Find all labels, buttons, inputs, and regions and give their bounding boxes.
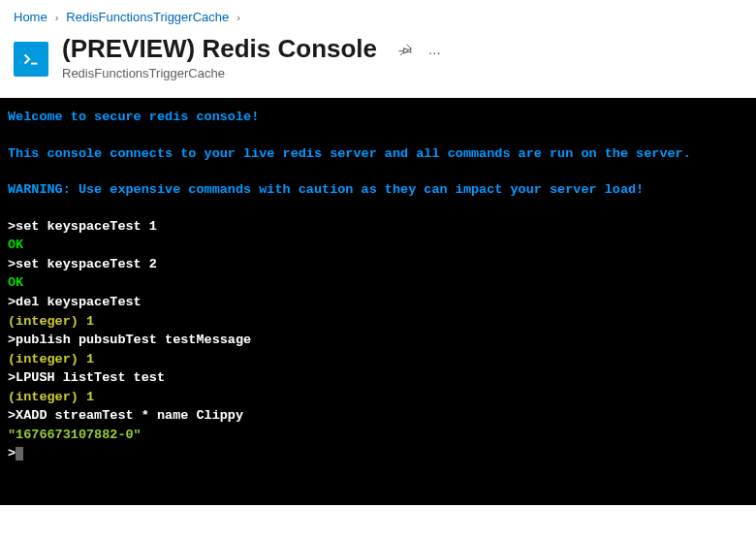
console-banner-warning: WARNING: Use expensive commands with cau… bbox=[8, 180, 748, 200]
console-banner-info: This console connects to your live redis… bbox=[8, 144, 748, 164]
console-line-cmd: >del keyspaceTest bbox=[8, 293, 748, 312]
pin-icon[interactable] bbox=[398, 43, 413, 60]
chevron-right-icon: › bbox=[55, 12, 59, 23]
breadcrumb: Home › RedisFunctionsTriggerCache › bbox=[14, 10, 742, 24]
console-line-str: "1676673107882-0" bbox=[8, 426, 748, 445]
console-line-cmd: >set keyspaceTest 1 bbox=[8, 217, 748, 237]
console-line-cmd: >publish pubsubTest testMessage bbox=[8, 331, 748, 350]
console-line-ok: OK bbox=[8, 273, 748, 293]
console-icon bbox=[14, 42, 48, 77]
more-icon[interactable]: ··· bbox=[428, 44, 441, 60]
page-subtitle: RedisFunctionsTriggerCache bbox=[62, 66, 377, 80]
redis-console[interactable]: Welcome to secure redis console! This co… bbox=[0, 98, 756, 505]
console-line-int: (integer) 1 bbox=[8, 350, 748, 369]
console-banner-welcome: Welcome to secure redis console! bbox=[8, 108, 748, 127]
console-line-int: (integer) 1 bbox=[8, 388, 748, 407]
console-line-cmd: >LPUSH listTest test bbox=[8, 368, 748, 388]
cursor-icon bbox=[16, 447, 23, 461]
console-line-ok: OK bbox=[8, 236, 748, 255]
console-line-cmd: >set keyspaceTest 2 bbox=[8, 255, 748, 274]
breadcrumb-link-resource[interactable]: RedisFunctionsTriggerCache bbox=[66, 10, 229, 24]
chevron-right-icon: › bbox=[236, 12, 240, 23]
console-prompt[interactable]: > bbox=[8, 444, 748, 463]
breadcrumb-link-home[interactable]: Home bbox=[14, 10, 47, 24]
console-line-cmd: >XADD streamTest * name Clippy bbox=[8, 406, 748, 426]
page-title: (PREVIEW) Redis Console bbox=[62, 34, 377, 64]
console-line-int: (integer) 1 bbox=[8, 312, 748, 332]
